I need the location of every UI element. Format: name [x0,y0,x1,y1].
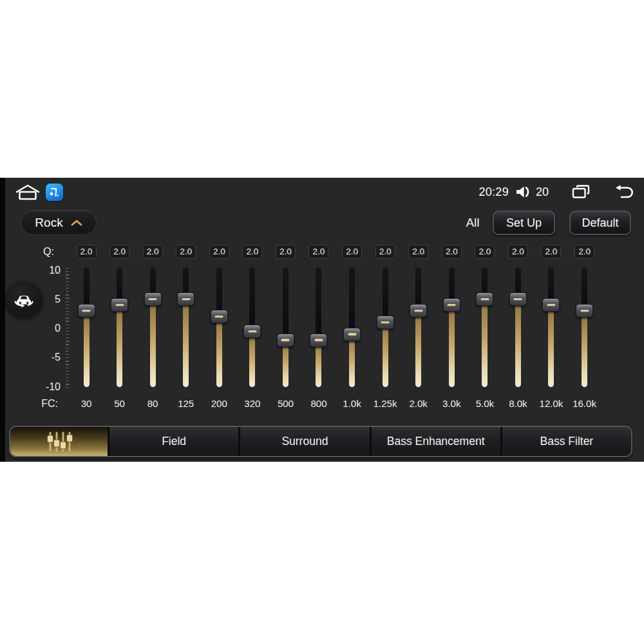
slider-track-lower[interactable] [216,317,222,387]
frequency-label: 16.0k [565,397,604,411]
slider-track-lower[interactable] [150,299,156,387]
car-glyph [10,286,37,313]
gain-axis-label: -5 [19,350,61,365]
slider-knob[interactable] [177,292,194,306]
recent-apps-icon[interactable] [571,184,591,200]
slider-track-lower[interactable] [449,305,455,387]
slider-track-upper[interactable] [249,267,255,332]
slider-track-lower[interactable] [183,299,189,387]
equalizer-panel: 20:29 20 Rock All Set Up Default [0,178,644,462]
slider-knob[interactable] [277,334,294,347]
q-value-box: 2.0 [143,245,163,259]
chevron-up-icon [71,220,82,226]
q-value-box: 2.0 [574,245,594,259]
slider-track-lower[interactable] [383,323,388,387]
slider-knob[interactable] [211,310,228,323]
slider-knob[interactable] [443,298,460,312]
slider-track-lower[interactable] [316,340,321,387]
slider-track-lower[interactable] [515,299,521,387]
q-value-box: 2.0 [442,245,462,259]
equalizer-sliders-icon [44,430,74,453]
speaker-icon[interactable] [515,185,532,199]
back-icon[interactable] [613,184,635,200]
gain-axis-tick-ruler [66,268,69,388]
slider-knob[interactable] [243,325,261,338]
clock: 20:29 [478,185,509,199]
q-row-title: Q: [19,245,54,259]
slider-track-lower[interactable] [582,311,587,387]
music-note-icon [48,186,61,198]
tab-label: Bass Filter [540,435,594,448]
q-value-box: 2.0 [342,245,362,259]
q-value-box: 2.0 [475,245,495,259]
q-value-box: 2.0 [308,245,328,259]
tab-bass-enhancement[interactable]: Bass Enhancement [370,427,500,456]
q-value-box: 2.0 [109,245,129,259]
slider-knob[interactable] [542,298,560,312]
left-edge-strip [0,178,5,462]
slider-knob[interactable] [343,328,361,341]
volume-level: 20 [536,185,549,199]
status-bar-right: 20:29 20 [478,182,635,202]
car-surround-icon[interactable] [5,281,43,318]
q-value-box: 2.0 [209,245,229,259]
tab-label: Field [162,435,186,448]
slider-track-upper[interactable] [383,267,388,323]
slider-knob[interactable] [410,304,427,317]
slider-track-lower[interactable] [84,311,90,387]
slider-track-lower[interactable] [249,332,255,387]
slider-knob[interactable] [476,292,493,306]
default-button[interactable]: Default [569,211,631,235]
slider-track-lower[interactable] [548,305,554,387]
tab-equalizer[interactable] [10,427,108,456]
all-channels-label[interactable]: All [453,214,492,231]
slider-knob[interactable] [310,334,327,347]
equalizer-app-icon[interactable] [46,184,63,201]
slider-track-upper[interactable] [283,267,289,340]
q-value-box: 2.0 [541,245,561,259]
gain-axis-label: -10 [19,380,61,394]
q-value-box: 2.0 [408,245,428,259]
slider-knob[interactable] [111,298,128,312]
slider-track-lower[interactable] [283,340,289,387]
tab-field[interactable]: Field [108,427,238,456]
slider-track-upper[interactable] [216,267,222,317]
home-icon[interactable] [15,184,40,201]
slider-knob[interactable] [144,292,162,306]
tab-label: Surround [281,435,328,448]
slider-knob[interactable] [576,304,593,317]
tab-bass-filter[interactable]: Bass Filter [500,427,631,456]
q-value-box: 2.0 [375,245,395,259]
q-value-box: 2.0 [242,245,262,259]
q-value-box: 2.0 [176,245,196,259]
slider-knob[interactable] [377,316,394,329]
slider-track-lower[interactable] [415,311,421,387]
q-value-box: 2.0 [276,245,296,259]
slider-track-upper[interactable] [316,267,321,340]
preset-label: Rock [35,216,62,230]
gain-axis-label: 0 [19,321,61,336]
setup-button[interactable]: Set Up [493,211,555,235]
fc-row-title: FC: [19,397,58,411]
q-value-box: 2.0 [508,245,528,259]
gain-axis-label: 10 [19,263,61,278]
slider-track-lower[interactable] [349,334,355,387]
tab-label: Bass Enhancement [387,435,485,448]
tab-surround[interactable]: Surround [238,427,369,456]
bottom-tab-bar: Field Surround Bass Enhancement Bass Fil… [9,426,632,457]
slider-track-lower[interactable] [117,305,122,387]
status-bar: 20:29 20 [0,182,644,202]
slider-track-lower[interactable] [482,299,488,387]
slider-track-upper[interactable] [349,267,355,334]
preset-selector[interactable]: Rock [21,210,97,235]
slider-knob[interactable] [509,292,527,306]
slider-knob[interactable] [78,304,95,317]
q-value-box: 2.0 [77,245,97,259]
